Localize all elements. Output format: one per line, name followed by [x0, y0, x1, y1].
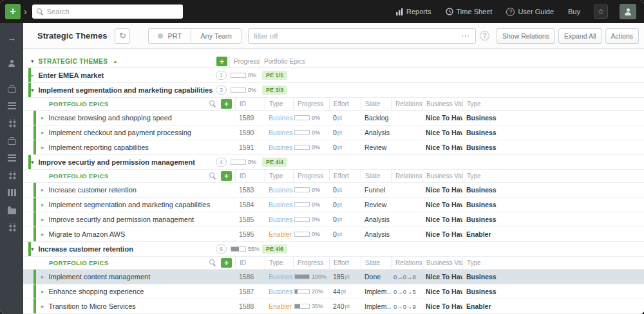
- epic-state[interactable]: Review: [361, 140, 391, 154]
- epic-state[interactable]: Analysis: [361, 125, 391, 140]
- nav-buy[interactable]: Buy: [568, 8, 580, 15]
- epic-row[interactable]: ▸Implement content management1586Busines…: [23, 270, 644, 284]
- chevron-right-icon[interactable]: ▸: [41, 187, 44, 193]
- portfolio-epics-title[interactable]: PORTFOLIO EPICS: [49, 259, 109, 266]
- search-input[interactable]: [47, 8, 178, 15]
- epic-name[interactable]: Improve securtly and permission manageme…: [49, 216, 194, 223]
- actions-button[interactable]: Actions: [605, 28, 639, 44]
- chevron-down-icon[interactable]: ▾: [31, 160, 34, 165]
- theme-name[interactable]: Enter EMEA market: [39, 71, 104, 79]
- chevron-right-icon[interactable]: ▸: [41, 289, 44, 295]
- theme-name[interactable]: Increase customer retention: [39, 245, 133, 253]
- sidebar-item-apps[interactable]: [0, 219, 23, 236]
- epic-row[interactable]: ▸Implement segmentation and marketing ca…: [23, 198, 644, 212]
- strategic-themes-title[interactable]: STRATEGIC THEMES: [39, 58, 108, 65]
- chevron-right-icon[interactable]: ▸: [31, 73, 34, 78]
- theme-name[interactable]: Improve securtiy and permission manageme…: [39, 158, 195, 166]
- sidebar-expand-button[interactable]: →: [0, 30, 23, 47]
- epic-state[interactable]: Implem…: [361, 299, 391, 313]
- add-strategic-theme-button[interactable]: +: [216, 57, 227, 66]
- epic-state[interactable]: Implem…: [361, 284, 391, 299]
- expand-all-button[interactable]: Expand All: [558, 28, 602, 44]
- sidebar-item-portfolio[interactable]: [0, 132, 23, 149]
- sidebar-item-teams[interactable]: [0, 167, 23, 184]
- epic-name[interactable]: Implement content management: [49, 273, 151, 281]
- epic-row[interactable]: ▸Increase customer retention1583Business…: [23, 183, 644, 198]
- favorites-star-button[interactable]: ☆: [594, 5, 608, 19]
- add-button[interactable]: +: [5, 4, 21, 19]
- add-portfolio-epic-button[interactable]: +: [221, 99, 232, 109]
- column-header-business-value: Business Value: [422, 170, 462, 182]
- epic-state[interactable]: Backlog: [361, 111, 391, 125]
- epic-state[interactable]: Review: [361, 198, 391, 212]
- sidebar-item-epics[interactable]: [0, 149, 23, 167]
- epic-name[interactable]: Increase browsing and shopping speed: [49, 114, 172, 122]
- any-team-button[interactable]: Any Team: [191, 28, 242, 44]
- filter-input-wrap[interactable]: ⋯: [248, 28, 476, 44]
- sidebar-item-views[interactable]: [0, 184, 23, 201]
- filter-input[interactable]: [254, 32, 461, 40]
- theme-row[interactable]: ▸Enter EMEA market10%PE 1/1: [23, 68, 644, 83]
- chevron-down-icon[interactable]: ▾: [31, 88, 34, 93]
- add-portfolio-epic-button[interactable]: +: [221, 171, 232, 181]
- chevron-right-icon[interactable]: ▸: [41, 115, 44, 121]
- sidebar-item-projects[interactable]: [0, 80, 23, 97]
- sidebar-item-boards[interactable]: [0, 115, 23, 132]
- sidebar-item-people[interactable]: [0, 55, 23, 72]
- portfolio-epics-title[interactable]: PORTFOLIO EPICS: [49, 100, 109, 107]
- global-search[interactable]: [32, 5, 183, 19]
- chevron-right-icon[interactable]: ▸: [41, 145, 44, 151]
- chevron-right-icon[interactable]: ▸: [41, 217, 44, 223]
- add-caret-icon[interactable]: ›: [24, 6, 27, 17]
- sidebar-item-files[interactable]: [0, 201, 23, 219]
- epic-row[interactable]: ▸Migrate to Amazon AWS1595Enabler0%0ptAn…: [23, 227, 644, 242]
- theme-name[interactable]: Implement segmentation and marketing cap…: [39, 86, 213, 94]
- show-relations-button[interactable]: Show Relations: [497, 28, 555, 44]
- theme-row[interactable]: ▾Increase customer retention655%PE 4/6: [23, 242, 644, 257]
- sidebar-item-backlog[interactable]: [0, 97, 23, 115]
- chevron-right-icon[interactable]: ▸: [41, 130, 44, 136]
- epic-state[interactable]: Funnel: [361, 183, 391, 197]
- epic-name[interactable]: Implement checkout and payment processin…: [49, 129, 191, 136]
- prt-button[interactable]: PRT: [148, 28, 191, 44]
- epic-state[interactable]: Analysis: [361, 227, 391, 241]
- search-epics-icon[interactable]: [209, 100, 216, 107]
- user-avatar-button[interactable]: [620, 4, 636, 19]
- chevron-right-icon[interactable]: ▸: [41, 274, 44, 280]
- epic-type-field: Business: [462, 140, 509, 154]
- epic-row[interactable]: ▸Implement reporting capabilities1591Bus…: [23, 140, 644, 155]
- chevron-right-icon[interactable]: ▸: [41, 304, 44, 309]
- chevron-right-icon[interactable]: ▸: [41, 202, 44, 208]
- chevron-right-icon[interactable]: ▸: [41, 232, 44, 237]
- epic-row[interactable]: ▸Enhance shopping experience1587Business…: [23, 284, 644, 299]
- chevron-down-icon[interactable]: ▾: [31, 59, 34, 64]
- epic-row[interactable]: ▸Transition to Micro Services1588Enabler…: [23, 299, 644, 314]
- epic-name[interactable]: Increase customer retention: [49, 186, 137, 194]
- chevron-down-icon[interactable]: ▾: [31, 246, 34, 252]
- epic-name[interactable]: Implement segmentation and marketing cap…: [49, 201, 211, 208]
- search-epics-icon[interactable]: [209, 172, 216, 180]
- portfolio-epics-title[interactable]: PORTFOLIO EPICS: [49, 172, 109, 180]
- epic-name[interactable]: Migrate to Amazon AWS: [49, 230, 126, 238]
- epic-name[interactable]: Enhance shopping experience: [49, 288, 144, 295]
- nav-reports[interactable]: Reports: [396, 8, 431, 15]
- epic-type: Business: [265, 284, 293, 299]
- help-icon[interactable]: ?: [480, 31, 489, 41]
- nav-time-sheet[interactable]: Time Sheet: [446, 8, 493, 15]
- refresh-button[interactable]: ↻: [115, 28, 130, 44]
- theme-row[interactable]: ▾Improve securtiy and permission managem…: [23, 155, 644, 170]
- sort-asc-icon[interactable]: ▲: [113, 59, 117, 64]
- theme-row[interactable]: ▾Implement segmentation and marketing ca…: [23, 83, 644, 98]
- nav-user-guide[interactable]: ? User Guide: [506, 8, 554, 16]
- epic-effort: 0pt: [329, 140, 361, 154]
- add-portfolio-epic-button[interactable]: +: [221, 258, 232, 268]
- search-epics-icon[interactable]: [209, 259, 216, 266]
- epic-row[interactable]: ▸Improve securtly and permission managem…: [23, 212, 644, 227]
- epic-state[interactable]: Analysis: [361, 212, 391, 226]
- epic-name[interactable]: Implement reporting capabilities: [49, 143, 149, 151]
- epic-row[interactable]: ▸Implement checkout and payment processi…: [23, 125, 644, 140]
- epic-row[interactable]: ▸Increase browsing and shopping speed158…: [23, 111, 644, 125]
- filter-options-icon[interactable]: ⋯: [461, 32, 470, 40]
- epic-name[interactable]: Transition to Micro Services: [49, 302, 136, 310]
- epic-state[interactable]: Done: [361, 270, 391, 284]
